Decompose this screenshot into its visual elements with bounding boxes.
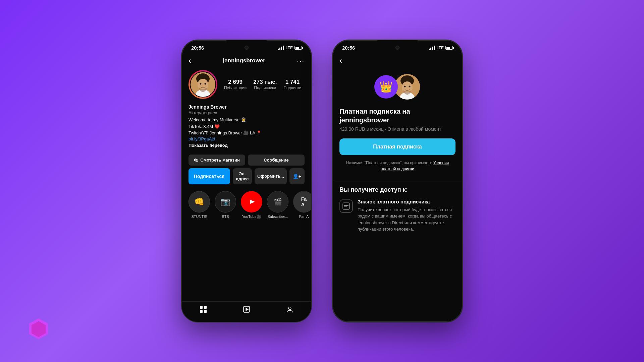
bio-link[interactable]: bit.ly/3PgaAjd (189, 136, 305, 141)
highlight-bts[interactable]: 📷 BTS (215, 191, 236, 219)
back-button-1[interactable]: ‹ (189, 56, 191, 65)
more-options-button[interactable]: ··· (297, 57, 305, 65)
battery-icon-2 (445, 46, 453, 50)
profile-username: jenningsbrower (223, 57, 265, 64)
stat-following-num: 1 741 (285, 79, 300, 85)
signal-icon (278, 46, 284, 50)
stat-following[interactable]: 1 741 Подписки (283, 79, 301, 90)
highlight-ring-youtube (241, 191, 262, 213)
bio-role: Актер/актриса (189, 110, 305, 115)
svg-rect-12 (200, 310, 203, 313)
stunts-icon: 👊 (194, 197, 204, 206)
highlight-label-bts: BTS (222, 215, 229, 219)
feature-desc: Получите значок, который будет показыват… (358, 206, 455, 233)
svg-marker-15 (246, 308, 248, 311)
svg-rect-10 (200, 306, 203, 309)
sub-terms: Нажимая "Платная подписка", вы принимает… (333, 160, 462, 180)
highlight-stunts[interactable]: 👊 STUNTS! (189, 191, 210, 219)
highlight-ring-subscriber: 🎬 (267, 191, 288, 213)
sub-price: 429,00 RUB в месяц · Отмена в любой моме… (333, 126, 462, 138)
stat-followers-num: 273 тыс. (253, 79, 277, 85)
stat-following-label: Подписки (283, 85, 301, 90)
add-friend-button[interactable]: 👤+ (289, 168, 305, 184)
sub-feature: Значок платного подписчика Получите знач… (333, 199, 462, 233)
stat-posts-label: Публикации (224, 85, 247, 90)
signal-icon-2 (429, 46, 435, 50)
highlight-fana[interactable]: FaA Fan A (293, 191, 311, 219)
bts-icon: 📷 (220, 197, 230, 206)
highlight-youtube[interactable]: YouTube🎥 (241, 191, 262, 219)
avatar-container[interactable] (189, 70, 217, 99)
avatar-ring (189, 70, 217, 99)
highlight-ring-bts: 📷 (215, 191, 236, 213)
highlights-row: 👊 STUNTS! 📷 BTS YouTube🎥 (182, 188, 311, 222)
svg-point-16 (288, 307, 291, 310)
shop-icon: 🛍 (194, 158, 198, 163)
crown-avatar: 👑 (374, 75, 398, 99)
crown-icon: 👑 (379, 80, 393, 93)
status-right-1: LTE (278, 46, 302, 50)
signal-label-1: LTE (285, 46, 293, 50)
sub-buttons-row: Подписаться Эл. адрес Оформить... 👤+ (182, 168, 311, 188)
feature-title: Значок платного подписчика (358, 199, 455, 204)
highlight-ring-stunts: 👊 (189, 191, 210, 213)
avatar-inner (190, 71, 216, 98)
sub-avatars: 👑 (333, 70, 462, 107)
phone-1: 20:56 LTE ‹ jenningsbrower ··· (181, 40, 312, 322)
highlight-subscriber[interactable]: 🎬 Subscriber... (267, 191, 288, 219)
time-1: 20:56 (191, 45, 204, 51)
signal-label-2: LTE (436, 46, 444, 50)
stat-posts[interactable]: 2 699 Публикации (224, 79, 247, 90)
bio-line3: Twitch/YT: Jennings Brower 🎥 LA 📍 (189, 130, 305, 136)
highlight-label-stunts: STUNTS! (191, 215, 207, 219)
highlight-ring-fana: FaA (293, 191, 311, 213)
bio-line1: Welcome to my Multiverse 🧑‍🚀 (189, 117, 305, 123)
subscribe-paid-button[interactable]: Платная подписка (339, 138, 455, 155)
message-button[interactable]: Сообщение (248, 155, 305, 166)
divider (333, 180, 462, 180)
svg-point-7 (205, 83, 206, 85)
nav-grid-icon[interactable] (200, 306, 207, 315)
bio-line2: TikTok: 3.4M ❤️ (189, 123, 305, 130)
svg-point-6 (200, 83, 202, 85)
stats-row: 2 699 Публикации 273 тыс. Подписчики 1 7… (224, 79, 302, 90)
avatar-image (191, 72, 215, 97)
sub-terms-text: Нажимая "Платная подписка", вы принимает… (346, 161, 432, 165)
profile-header: ‹ jenningsbrower ··· (182, 53, 311, 70)
fana-text: FaA (294, 192, 311, 212)
sub-title: Платная подписка на jenningsbrower (333, 107, 462, 126)
svg-rect-25 (344, 206, 347, 207)
battery-icon-1 (294, 46, 302, 50)
add-friend-icon: 👤+ (293, 174, 301, 179)
highlight-label-fana: Fan A (299, 215, 309, 219)
svg-rect-11 (204, 306, 207, 309)
svg-rect-24 (344, 205, 348, 206)
stat-posts-num: 2 699 (228, 79, 243, 85)
bio-name: Jennings Brower (189, 104, 305, 110)
bio-section: Jennings Brower Актер/актриса Welcome to… (182, 104, 311, 152)
bottom-nav-1 (182, 301, 311, 322)
svg-rect-23 (343, 203, 350, 209)
highlight-label-youtube: YouTube🎥 (242, 215, 261, 219)
svg-point-22 (409, 86, 411, 87)
back-button-2[interactable]: ‹ (339, 56, 342, 65)
profile-info-row: 2 699 Публикации 273 тыс. Подписчики 1 7… (182, 70, 311, 104)
subscriber-icon: 🎬 (274, 198, 282, 206)
nav-profile-icon[interactable] (286, 306, 293, 315)
bio-translate[interactable]: Показать перевод (189, 143, 305, 148)
order-button[interactable]: Оформить... (255, 168, 287, 184)
stat-followers-label: Подписчики (254, 85, 276, 90)
stat-followers[interactable]: 273 тыс. Подписчики (253, 79, 277, 90)
subscribe-button[interactable]: Подписаться (189, 168, 230, 184)
feature-content: Значок платного подписчика Получите знач… (358, 199, 455, 233)
shop-button[interactable]: 🛍 Смотреть магазин (189, 155, 245, 166)
phone-2: 20:56 LTE ‹ 👑 (332, 40, 463, 322)
access-title: Вы получите доступ к: (333, 186, 462, 199)
sub-header: ‹ (333, 53, 462, 70)
time-2: 20:56 (342, 45, 355, 51)
status-right-2: LTE (429, 46, 453, 50)
svg-rect-13 (204, 310, 207, 313)
nav-reels-icon[interactable] (243, 306, 250, 315)
email-button[interactable]: Эл. адрес (233, 168, 252, 184)
subscriber-thumb: 🎬 (268, 192, 288, 212)
